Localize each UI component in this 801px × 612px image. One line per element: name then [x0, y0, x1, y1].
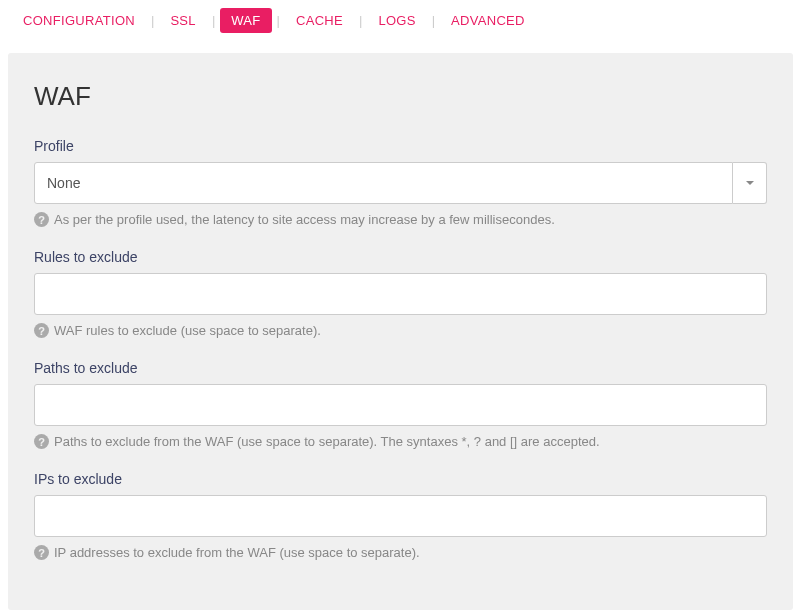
profile-select-wrapper: None: [34, 162, 767, 204]
tab-configuration[interactable]: CONFIGURATION: [12, 8, 146, 33]
ips-exclude-group: IPs to exclude ? IP addresses to exclude…: [34, 471, 767, 560]
profile-help-text: As per the profile used, the latency to …: [54, 212, 555, 227]
page-title: WAF: [34, 81, 767, 112]
question-circle-icon: ?: [34, 212, 49, 227]
question-circle-icon: ?: [34, 323, 49, 338]
ips-exclude-help: ? IP addresses to exclude from the WAF (…: [34, 545, 767, 560]
profile-label: Profile: [34, 138, 767, 154]
tab-logs[interactable]: LOGS: [367, 8, 426, 33]
tab-separator: |: [354, 13, 367, 28]
content-panel: WAF Profile None ? As per the profile us…: [8, 53, 793, 610]
rules-exclude-help-text: WAF rules to exclude (use space to separ…: [54, 323, 321, 338]
tab-advanced[interactable]: ADVANCED: [440, 8, 536, 33]
question-circle-icon: ?: [34, 545, 49, 560]
rules-exclude-help: ? WAF rules to exclude (use space to sep…: [34, 323, 767, 338]
rules-exclude-group: Rules to exclude ? WAF rules to exclude …: [34, 249, 767, 338]
tab-waf[interactable]: WAF: [220, 8, 271, 33]
tab-separator: |: [272, 13, 285, 28]
paths-exclude-input[interactable]: [34, 384, 767, 426]
tab-separator: |: [427, 13, 440, 28]
ips-exclude-help-text: IP addresses to exclude from the WAF (us…: [54, 545, 420, 560]
profile-help: ? As per the profile used, the latency t…: [34, 212, 767, 227]
tab-cache[interactable]: CACHE: [285, 8, 354, 33]
profile-dropdown-button[interactable]: [733, 162, 767, 204]
rules-exclude-input[interactable]: [34, 273, 767, 315]
ips-exclude-label: IPs to exclude: [34, 471, 767, 487]
paths-exclude-label: Paths to exclude: [34, 360, 767, 376]
tab-separator: |: [146, 13, 159, 28]
profile-group: Profile None ? As per the profile used, …: [34, 138, 767, 227]
tab-nav: CONFIGURATION | SSL | WAF | CACHE | LOGS…: [0, 0, 801, 41]
paths-exclude-group: Paths to exclude ? Paths to exclude from…: [34, 360, 767, 449]
ips-exclude-input[interactable]: [34, 495, 767, 537]
tab-separator: |: [207, 13, 220, 28]
question-circle-icon: ?: [34, 434, 49, 449]
paths-exclude-help-text: Paths to exclude from the WAF (use space…: [54, 434, 600, 449]
caret-down-icon: [746, 181, 754, 185]
paths-exclude-help: ? Paths to exclude from the WAF (use spa…: [34, 434, 767, 449]
tab-ssl[interactable]: SSL: [159, 8, 206, 33]
profile-select[interactable]: None: [34, 162, 733, 204]
rules-exclude-label: Rules to exclude: [34, 249, 767, 265]
